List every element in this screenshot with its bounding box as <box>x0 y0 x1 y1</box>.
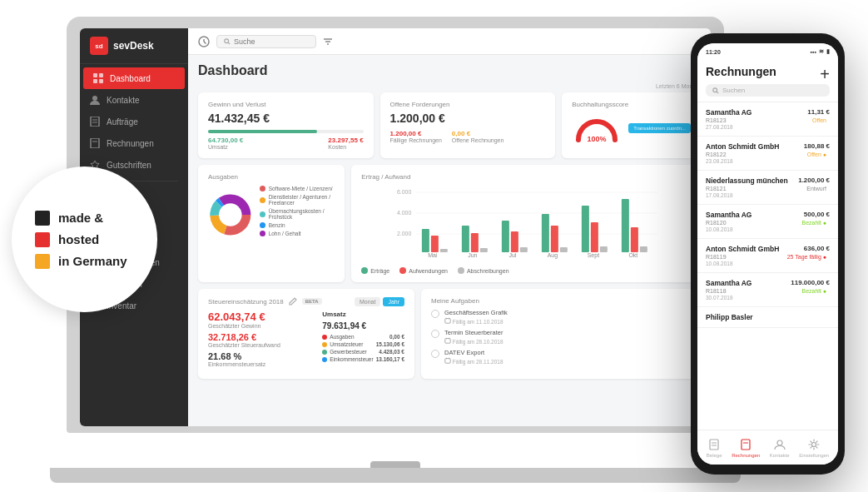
sidebar-item-dashboard[interactable]: Dashboard <box>83 67 185 89</box>
plus-btn[interactable]: + <box>820 65 830 84</box>
svg-rect-68 <box>445 359 450 364</box>
legend-label-2: Übernachtungskosten / Frühstück <box>269 208 335 220</box>
svg-rect-49 <box>560 247 568 252</box>
filter-icon[interactable] <box>323 37 333 47</box>
invoice-company-4: Anton Schmidt GmbH <box>706 245 779 253</box>
bottom-nav-einstellungen[interactable]: Einstellungen <box>799 438 829 458</box>
laptop-screen: sd sevDesk Dashboard Kontakte A <box>80 28 711 426</box>
svg-text:Aug: Aug <box>548 252 558 259</box>
legend-item-1: Dienstleister / Agenturen / Freelancer <box>260 194 335 206</box>
aufgabe-check-1[interactable] <box>431 330 439 338</box>
sidebar-item-auftraege[interactable]: Aufträge <box>80 111 188 132</box>
svg-rect-47 <box>542 214 549 252</box>
invoice-number-3: R18120 <box>706 220 727 226</box>
phone-header: Rechnungen + Suchen <box>697 60 838 102</box>
kontakte-label: Kontakte <box>770 453 790 458</box>
main-content: Dashboard Letzten 6 Monate Gewinn und Ve… <box>188 28 711 426</box>
badge-text-made: made & <box>58 211 103 226</box>
badge-dot-yellow <box>35 254 50 269</box>
phone-screen: 11:20 ▪▪▪ ≋ ▮ Rechnungen + Suchen <box>697 43 838 465</box>
steuer-title-text: Steuereinschätzung 2018 <box>208 298 284 306</box>
legend-dot-abschreibungen <box>458 267 464 274</box>
wifi-icon: ≋ <box>819 48 824 55</box>
invoice-item-5[interactable]: Samantha AG 119.000,00 € R18118 Bezahlt … <box>697 273 838 307</box>
invoice-status-4: 25 Tage fällig ● <box>784 254 830 260</box>
logo-icon-text: sd <box>95 42 102 50</box>
donut-svg <box>208 186 253 244</box>
phone-search[interactable]: Suchen <box>706 84 830 97</box>
aufgabe-check-0[interactable] <box>431 310 439 318</box>
dashboard-mid-row: Ausgaben <box>198 165 701 282</box>
sidebar-item-kontakte[interactable]: Kontakte <box>80 89 188 111</box>
card-ertrag: Ertrag / Aufwand 6.000 4.000 2.000 <box>351 165 701 282</box>
invoice-amount-1: 180,88 € <box>804 142 830 150</box>
svg-text:2.000: 2.000 <box>397 231 412 236</box>
invoice-item-6[interactable]: Philipp Basler <box>697 307 838 328</box>
badge-item-red: hosted <box>35 232 99 247</box>
aufgabe-sub-0: Fällig am 11.10.2018 <box>444 317 508 325</box>
belege-label: Belege <box>707 453 722 458</box>
search-box[interactable] <box>216 35 316 48</box>
steuer-gewinn-label: Geschätzter Gewinn <box>208 323 280 329</box>
badge-item-black: made & <box>35 211 103 226</box>
invoice-item-0[interactable]: Samantha AG 11,31 € R18123 Offen 27.08.2… <box>697 102 838 137</box>
toggle-monat[interactable]: Monat <box>355 297 380 306</box>
laptop-body: sd sevDesk Dashboard Kontakte A <box>67 17 724 433</box>
svg-rect-8 <box>91 138 99 148</box>
laptop: sd sevDesk Dashboard Kontakte A <box>67 17 724 483</box>
calendar-icon-1 <box>444 337 451 344</box>
legend-label-1: Dienstleister / Agenturen / Freelancer <box>269 194 335 206</box>
invoice-number-4: R18119 <box>706 254 727 260</box>
svg-rect-51 <box>591 222 598 252</box>
legend-dot-aufwendungen <box>399 267 406 274</box>
badge-text-hosted: hosted <box>58 232 99 247</box>
bar-legend: Erträge Aufwendungen Abschreibungen <box>361 267 691 274</box>
faellig-sub: 1.200,00 € Fällige Rechnungen <box>390 130 442 143</box>
donut-container: Software-Miete / Lizenzen/ Dienstleister… <box>208 186 335 244</box>
legend-item-3: Benzin <box>260 222 335 228</box>
invoice-status-3: Bezahlt ● <box>798 220 830 226</box>
toggle-jahr[interactable]: Jahr <box>383 297 404 306</box>
svg-text:100%: 100% <box>588 135 607 143</box>
steuer-left: 62.043,74 € Geschätzter Gewinn 32.718,26… <box>208 311 280 370</box>
bottom-nav-kontakte[interactable]: Kontakte <box>770 438 790 458</box>
edit-icon[interactable] <box>289 297 297 306</box>
steuer-einkommensteuer-value: 21.68 % <box>208 351 280 361</box>
phone: 11:20 ▪▪▪ ≋ ▮ Rechnungen + Suchen <box>691 33 845 483</box>
invoice-item-3[interactable]: Samantha AG 500,00 € R18120 Bezahlt ● 10… <box>697 205 838 239</box>
svg-point-78 <box>777 440 782 445</box>
bottom-nav-rechnungen[interactable]: Rechnungen <box>732 438 760 458</box>
badge-circle: made & hosted in Germany <box>12 166 157 312</box>
invoice-item-1[interactable]: Anton Schmidt GmbH 180,88 € R18122 Offen… <box>697 137 838 171</box>
search-input[interactable] <box>234 37 300 46</box>
invoice-item-2[interactable]: Niederlassung münchen 1.200,00 € R18121 … <box>697 171 838 205</box>
sidebar-item-rechnungen[interactable]: Rechnungen <box>80 132 188 154</box>
badge-text-germany: in Germany <box>58 254 127 269</box>
urow-2: Gewerbesteuer 4.428,03 € <box>322 349 404 355</box>
invoice-item-4[interactable]: Anton Schmidt GmbH 636,00 € R18119 25 Ta… <box>697 239 838 273</box>
aufgaben-title: Meine Aufgaben <box>431 297 691 305</box>
aufgabe-1: Termin Steuerberater Fällig am 28.10.201… <box>431 329 691 345</box>
offen-sub: 0,00 € Offene Rechnungen <box>452 130 504 143</box>
invoice-number-1: R18122 <box>706 152 727 157</box>
aufgabe-check-2[interactable] <box>431 350 439 358</box>
invoice-company-6: Philipp Basler <box>706 313 753 321</box>
bar-chart-svg: 6.000 4.000 2.000 <box>361 186 691 261</box>
kosten-value: 23.297,55 € <box>328 137 363 144</box>
invoice-status-5: Bezahlt ● <box>798 288 830 294</box>
toggle-btns: Monat Jahr <box>355 297 404 306</box>
legend-dot-1 <box>260 197 265 203</box>
svg-rect-44 <box>502 221 509 252</box>
svg-rect-41 <box>462 226 469 252</box>
forderungen-sub: 1.200,00 € Fällige Rechnungen 0,00 € Off… <box>390 130 546 143</box>
bottom-nav-belege[interactable]: Belege <box>707 438 722 458</box>
kosten-label: Kosten <box>328 144 363 150</box>
forderungen-value: 1.200,00 € <box>390 112 546 125</box>
phone-content: Samantha AG 11,31 € R18123 Offen 27.08.2… <box>697 102 838 430</box>
faellig-value: 1.200,00 € <box>390 130 442 137</box>
buchhaltung-btn[interactable]: Transaktionen zuordn... <box>628 123 691 133</box>
gewinn-progress-fill <box>208 130 317 133</box>
umsatz-rows: Ausgaben 0,00 € Umsatzsteuer 15.130,06 € <box>322 334 404 362</box>
phone-status-icons: ▪▪▪ ≋ ▮ <box>811 48 830 55</box>
badge-dot-black <box>35 211 50 226</box>
